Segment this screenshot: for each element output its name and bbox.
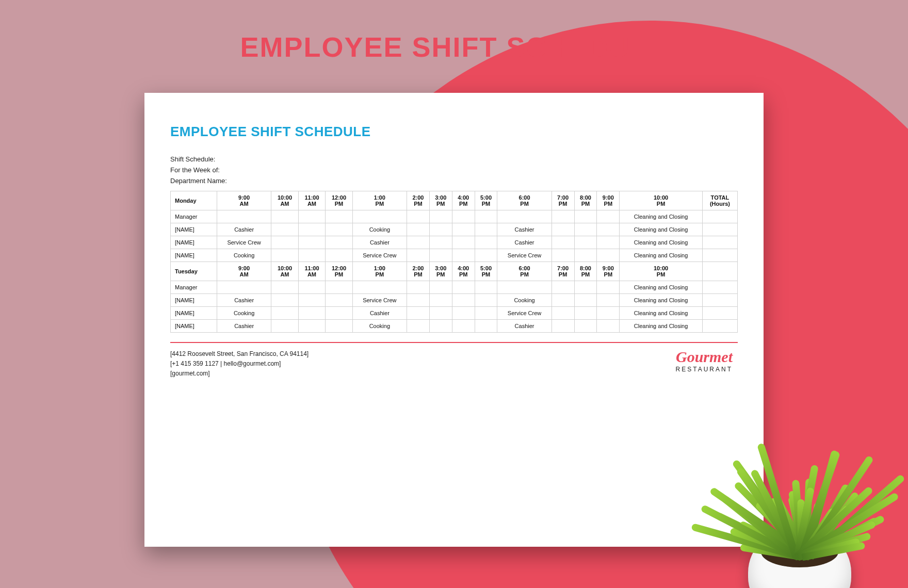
- schedule-cell: [352, 210, 407, 223]
- schedule-cell: [597, 249, 620, 262]
- schedule-cell: [407, 294, 429, 307]
- table-row: ManagerCleaning and Closing: [171, 281, 738, 294]
- schedule-cell: [597, 307, 620, 320]
- schedule-cell: [475, 294, 497, 307]
- schedule-cell: [702, 320, 737, 333]
- time-header: 10:00AM: [271, 191, 299, 210]
- time-header: 8:00PM: [574, 191, 597, 210]
- schedule-cell: [429, 294, 452, 307]
- time-header: 8:00PM: [574, 262, 597, 281]
- schedule-cell: Cashier: [497, 320, 552, 333]
- schedule-cell: Service Crew: [352, 294, 407, 307]
- schedule-cell: [574, 294, 597, 307]
- schedule-cell: Service Crew: [217, 236, 271, 249]
- meta-shift-schedule: Shift Schedule:: [170, 155, 738, 163]
- schedule-cell: [429, 223, 452, 236]
- schedule-cell: [574, 223, 597, 236]
- schedule-cell: Cooking: [352, 223, 407, 236]
- table-row: [NAME]Service CrewCashierCashierCleaning…: [171, 236, 738, 249]
- schedule-cell: Cleaning and Closing: [620, 210, 703, 223]
- schedule-cell: Service Crew: [352, 249, 407, 262]
- time-header: 2:00PM: [407, 191, 429, 210]
- employee-label: [NAME]: [171, 223, 217, 236]
- schedule-cell: [452, 236, 475, 249]
- schedule-cell: [574, 320, 597, 333]
- time-header: 6:00PM: [497, 191, 552, 210]
- meta-week-of: For the Week of:: [170, 166, 738, 174]
- schedule-cell: [574, 307, 597, 320]
- schedule-cell: Cleaning and Closing: [620, 294, 703, 307]
- contact-address: [4412 Roosevelt Street, San Francisco, C…: [170, 349, 309, 359]
- employee-label: [NAME]: [171, 249, 217, 262]
- time-header: 11:00AM: [298, 262, 326, 281]
- schedule-cell: [552, 281, 574, 294]
- day-name: Monday: [171, 191, 217, 210]
- schedule-cell: [452, 281, 475, 294]
- schedule-cell: [429, 281, 452, 294]
- schedule-cell: Cooking: [217, 249, 271, 262]
- time-header: 10:00PM: [620, 191, 703, 210]
- schedule-table: Monday9:00AM10:00AM11:00AM12:00PM1:00PM2…: [170, 191, 738, 333]
- schedule-cell: [271, 249, 299, 262]
- schedule-cell: [702, 249, 737, 262]
- schedule-cell: [217, 210, 271, 223]
- schedule-cell: [271, 223, 299, 236]
- schedule-cell: [574, 236, 597, 249]
- time-header: 1:00PM: [352, 262, 407, 281]
- schedule-cell: [271, 210, 299, 223]
- schedule-cell: [552, 294, 574, 307]
- table-row: [NAME]CashierService CrewCookingCleaning…: [171, 294, 738, 307]
- schedule-cell: Cleaning and Closing: [620, 249, 703, 262]
- table-row: [NAME]CookingService CrewService CrewCle…: [171, 249, 738, 262]
- schedule-cell: [452, 223, 475, 236]
- time-header: 9:00AM: [217, 262, 271, 281]
- employee-label: [NAME]: [171, 320, 217, 333]
- schedule-cell: [326, 281, 353, 294]
- schedule-cell: [217, 281, 271, 294]
- schedule-cell: [475, 223, 497, 236]
- schedule-cell: Cleaning and Closing: [620, 281, 703, 294]
- schedule-cell: [298, 210, 326, 223]
- schedule-cell: [407, 249, 429, 262]
- time-header: 5:00PM: [475, 191, 497, 210]
- schedule-cell: Cashier: [497, 236, 552, 249]
- brand-logo: Gourmet RESTAURANT: [676, 349, 738, 373]
- document-page: EMPLOYEE SHIFT SCHEDULE Shift Schedule: …: [144, 93, 764, 547]
- schedule-cell: [475, 281, 497, 294]
- schedule-cell: [702, 294, 737, 307]
- schedule-cell: [429, 307, 452, 320]
- schedule-cell: [597, 210, 620, 223]
- schedule-cell: Cleaning and Closing: [620, 307, 703, 320]
- time-header: 6:00PM: [497, 262, 552, 281]
- table-row: [NAME]CookingCashierService CrewCleaning…: [171, 307, 738, 320]
- schedule-cell: [574, 281, 597, 294]
- schedule-cell: [552, 236, 574, 249]
- schedule-cell: [298, 307, 326, 320]
- schedule-cell: [475, 307, 497, 320]
- logo-subtext: RESTAURANT: [676, 366, 733, 373]
- schedule-cell: [702, 223, 737, 236]
- page-banner-title: EMPLOYEE SHIFT SCHEDULE: [240, 31, 668, 63]
- schedule-cell: [326, 249, 353, 262]
- schedule-cell: [326, 320, 353, 333]
- table-row: [NAME]CashierCookingCashierCleaning and …: [171, 223, 738, 236]
- schedule-cell: [429, 236, 452, 249]
- time-header: 3:00PM: [429, 191, 452, 210]
- time-header: 9:00PM: [597, 191, 620, 210]
- schedule-cell: [552, 210, 574, 223]
- schedule-cell: Cleaning and Closing: [620, 320, 703, 333]
- schedule-cell: [298, 236, 326, 249]
- schedule-cell: [702, 307, 737, 320]
- plant-decoration: [702, 423, 898, 588]
- day-header-row: Tuesday9:00AM10:00AM11:00AM12:00PM1:00PM…: [171, 262, 738, 281]
- schedule-cell: [326, 236, 353, 249]
- time-header: 12:00PM: [326, 262, 353, 281]
- schedule-cell: Cleaning and Closing: [620, 223, 703, 236]
- schedule-cell: [597, 236, 620, 249]
- schedule-cell: Cooking: [497, 294, 552, 307]
- schedule-cell: [452, 249, 475, 262]
- schedule-cell: Cashier: [217, 223, 271, 236]
- schedule-cell: [452, 307, 475, 320]
- schedule-cell: [452, 294, 475, 307]
- schedule-cell: [407, 236, 429, 249]
